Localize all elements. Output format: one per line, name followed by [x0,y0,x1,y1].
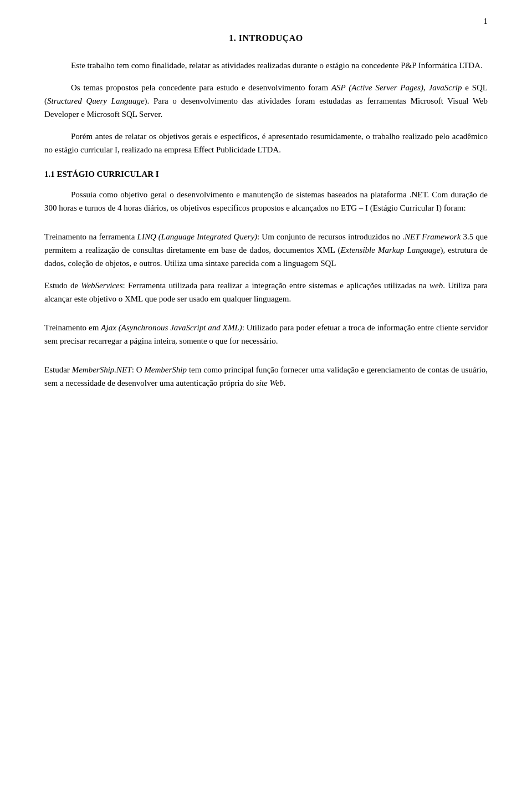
list-item-webservices: Estudo de WebServices: Ferramenta utiliz… [44,279,488,305]
section-title: 1. INTRODUÇAO [44,33,488,43]
list-item-ajax: Treinamento em Ajax (Asynchronous JavaSc… [44,321,488,348]
subsection-title: 1.1 ESTÁGIO CURRICULAR I [44,170,488,179]
paragraph-2: Os temas propostos pela concedente para … [44,81,488,121]
list-item-linq: Treinamento na ferramenta LINQ (Language… [44,230,488,270]
subsection-paragraph-1: Possuía como objetivo geral o desenvolvi… [44,188,488,215]
list-item-webservices-text: Estudo de WebServices: Ferramenta utiliz… [44,279,488,305]
list-item-membership-text: Estudar MemberShip.NET: O MemberShip tem… [44,363,488,390]
list-item-membership: Estudar MemberShip.NET: O MemberShip tem… [44,363,488,390]
page-number: 1 [484,17,488,26]
paragraph-3: Porém antes de relatar os objetivos gera… [44,130,488,156]
list-item-ajax-text: Treinamento em Ajax (Asynchronous JavaSc… [44,321,488,348]
list-item-linq-text: Treinamento na ferramenta LINQ (Language… [44,230,488,270]
paragraph-1: Este trabalho tem como finalidade, relat… [44,59,488,72]
page: 1 1. INTRODUÇAO Este trabalho tem como f… [0,0,532,812]
